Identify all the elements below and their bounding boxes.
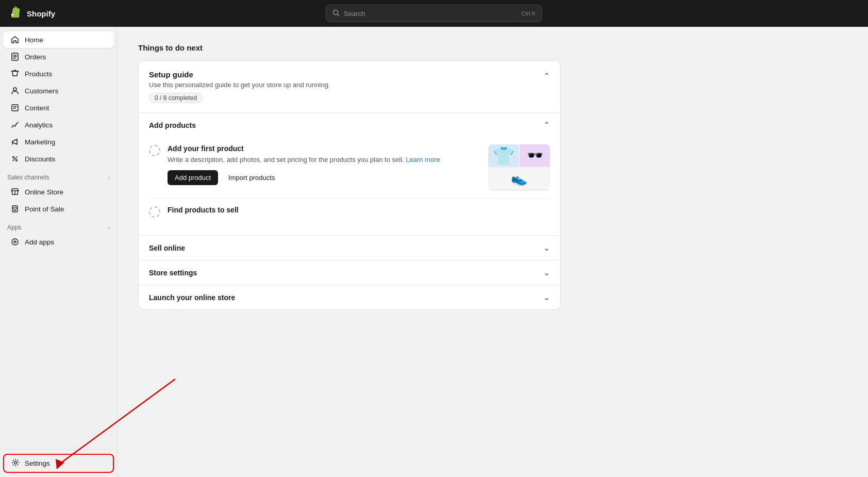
find-products-item: Find products to sell bbox=[149, 199, 550, 225]
sidebar-footer: Settings bbox=[0, 449, 117, 477]
main-content: Things to do next Setup guide Use this p… bbox=[118, 27, 868, 477]
first-product-checkbox[interactable] bbox=[149, 145, 160, 156]
setup-card: Setup guide Use this personalized guide … bbox=[138, 60, 561, 310]
sidebar-item-online-store-label: Online Store bbox=[25, 188, 63, 196]
find-products-content: Find products to sell bbox=[168, 206, 550, 216]
settings-item[interactable]: Settings bbox=[3, 454, 114, 473]
first-product-content: Add your first product Write a descripti… bbox=[168, 144, 481, 185]
svg-point-10 bbox=[14, 462, 17, 464]
page-title: Things to do next bbox=[138, 43, 847, 52]
sidebar-item-orders-label: Orders bbox=[25, 53, 46, 61]
sidebar-item-products-label: Products bbox=[25, 70, 52, 78]
add-first-product-item: Add your first product Write a descripti… bbox=[149, 137, 550, 199]
section-store-settings: Store settings ⌄ bbox=[139, 260, 560, 285]
sidebar-item-discounts-label: Discounts bbox=[25, 155, 55, 163]
sidebar-item-customers[interactable]: Customers bbox=[3, 83, 114, 99]
section-sell-online-title: Sell online bbox=[149, 244, 185, 252]
gear-icon bbox=[11, 458, 20, 468]
svg-rect-8 bbox=[13, 207, 16, 209]
section-sell-online-header[interactable]: Sell online ⌄ bbox=[139, 236, 560, 260]
sidebar-item-marketing[interactable]: Marketing bbox=[3, 134, 114, 150]
launch-store-chevron[interactable]: ⌄ bbox=[543, 292, 550, 302]
section-sell-online: Sell online ⌄ bbox=[139, 236, 560, 260]
preview-shirt: 👕 bbox=[488, 144, 519, 167]
progress-badge: 0 / 8 completed bbox=[149, 93, 203, 103]
setup-card-header: Setup guide Use this personalized guide … bbox=[139, 61, 560, 113]
products-icon bbox=[10, 69, 20, 78]
sidebar-item-content-label: Content bbox=[25, 104, 49, 112]
discounts-icon bbox=[10, 154, 20, 163]
sidebar-item-analytics-label: Analytics bbox=[25, 121, 53, 129]
learn-more-link[interactable]: Learn more bbox=[406, 156, 440, 163]
apps-section: Apps › bbox=[0, 218, 117, 233]
sidebar-item-home-label: Home bbox=[25, 36, 43, 44]
setup-guide-collapse-button[interactable]: ⌃ bbox=[543, 71, 550, 81]
preview-shoe: 👟 bbox=[488, 168, 550, 189]
add-products-expanded: Add your first product Write a descripti… bbox=[139, 137, 560, 235]
section-add-products: Add products ⌃ Add your first product Wr… bbox=[139, 113, 560, 236]
top-navigation: ✦ Shopify Search Ctrl K bbox=[0, 0, 868, 27]
sell-online-chevron[interactable]: ⌄ bbox=[543, 243, 550, 253]
first-product-description: Write a description, add photos, and set… bbox=[168, 155, 481, 165]
section-store-settings-title: Store settings bbox=[149, 269, 197, 277]
shopify-logo-text: Shopify bbox=[27, 9, 55, 18]
section-add-products-chevron[interactable]: ⌃ bbox=[543, 120, 550, 130]
content-icon bbox=[10, 103, 20, 112]
product-image-preview: 👕 🕶️ 👟 bbox=[488, 144, 550, 191]
section-launch-store-header[interactable]: Launch your online store ⌄ bbox=[139, 285, 560, 309]
search-shortcut: Ctrl K bbox=[522, 10, 536, 17]
add-product-button[interactable]: Add product bbox=[168, 170, 218, 185]
sidebar-item-pos[interactable]: Point of Sale bbox=[3, 201, 114, 217]
svg-rect-4 bbox=[12, 105, 18, 111]
sidebar-nav: Home Orders bbox=[0, 27, 117, 449]
search-bar[interactable]: Search Ctrl K bbox=[326, 5, 542, 22]
sidebar-item-customers-label: Customers bbox=[25, 87, 58, 95]
shopify-logo[interactable]: ✦ Shopify bbox=[8, 6, 55, 21]
pos-icon bbox=[10, 204, 20, 213]
sidebar-item-orders[interactable]: Orders bbox=[3, 48, 114, 65]
sidebar-item-products[interactable]: Products bbox=[3, 65, 114, 82]
svg-point-3 bbox=[13, 88, 16, 91]
first-product-actions: Add product Import products bbox=[168, 170, 481, 185]
setup-guide-description: Use this personalized guide to get your … bbox=[149, 81, 330, 89]
section-launch-store: Launch your online store ⌄ bbox=[139, 285, 560, 309]
section-launch-store-title: Launch your online store bbox=[149, 293, 235, 302]
orders-icon bbox=[10, 52, 20, 61]
sales-channels-chevron[interactable]: › bbox=[108, 175, 110, 180]
svg-text:✦: ✦ bbox=[10, 12, 14, 18]
apps-chevron[interactable]: › bbox=[108, 225, 110, 231]
sidebar-item-online-store[interactable]: Online Store bbox=[3, 184, 114, 200]
store-icon bbox=[10, 187, 20, 196]
sidebar-item-home[interactable]: Home bbox=[3, 31, 114, 48]
progress-text: 0 / 8 completed bbox=[155, 94, 197, 102]
preview-hat: 🕶️ bbox=[520, 144, 550, 167]
find-products-title: Find products to sell bbox=[168, 206, 550, 214]
plus-icon bbox=[10, 237, 20, 246]
marketing-icon bbox=[10, 137, 20, 146]
sidebar-item-add-apps-label: Add apps bbox=[25, 238, 54, 246]
sidebar-item-content[interactable]: Content bbox=[3, 100, 114, 116]
section-store-settings-header[interactable]: Store settings ⌄ bbox=[139, 260, 560, 285]
section-add-products-header[interactable]: Add products ⌃ bbox=[139, 113, 560, 137]
sales-channels-label: Sales channels bbox=[7, 174, 49, 181]
sidebar-item-add-apps[interactable]: Add apps bbox=[3, 234, 114, 250]
import-products-button[interactable]: Import products bbox=[223, 170, 280, 185]
svg-point-5 bbox=[13, 157, 14, 158]
settings-label: Settings bbox=[25, 459, 50, 467]
customers-icon bbox=[10, 86, 20, 95]
sidebar-item-analytics[interactable]: Analytics bbox=[3, 117, 114, 133]
svg-point-6 bbox=[16, 160, 18, 161]
home-icon bbox=[10, 35, 20, 44]
sidebar: Home Orders bbox=[0, 27, 118, 477]
apps-label: Apps bbox=[7, 224, 21, 231]
sidebar-item-pos-label: Point of Sale bbox=[25, 205, 64, 213]
analytics-icon bbox=[10, 120, 20, 129]
first-product-title: Add your first product bbox=[168, 144, 481, 153]
section-add-products-title: Add products bbox=[149, 121, 196, 129]
sidebar-item-marketing-label: Marketing bbox=[25, 138, 55, 146]
find-products-checkbox[interactable] bbox=[149, 206, 160, 218]
sidebar-item-discounts[interactable]: Discounts bbox=[3, 151, 114, 167]
store-settings-chevron[interactable]: ⌄ bbox=[543, 268, 550, 277]
search-icon bbox=[332, 9, 340, 18]
search-placeholder: Search bbox=[344, 10, 518, 18]
